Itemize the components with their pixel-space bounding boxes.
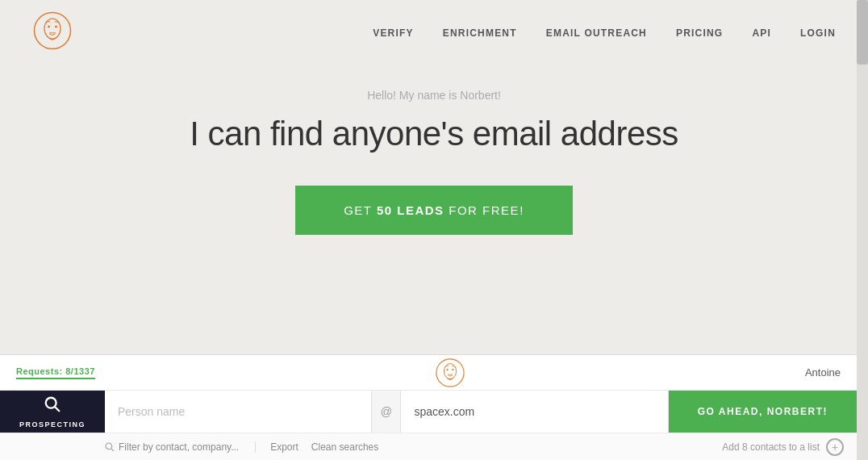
search-icon [44, 395, 61, 416]
add-contacts-label: Add 8 contacts to a list [722, 441, 820, 453]
filter-row: Filter by contact, company... Export Cle… [0, 433, 857, 460]
svg-point-1 [44, 19, 61, 39]
cta-button[interactable]: GET 50 LEADS FOR FREE! [295, 186, 573, 235]
navbar: VERIFY ENRICHMENT EMAIL OUTREACH PRICING… [0, 0, 868, 65]
bottom-panel: Requests: 8/1337 Antoine [0, 354, 857, 460]
panel-header: Requests: 8/1337 Antoine [0, 355, 857, 391]
clean-searches-button[interactable]: Clean searches [305, 441, 385, 453]
right-actions: Add 8 contacts to a list + [722, 438, 844, 456]
scrollbar-track [857, 0, 868, 460]
svg-point-3 [55, 26, 57, 28]
add-contacts-button[interactable]: + [826, 438, 844, 456]
panel-norbert-icon [435, 358, 465, 388]
search-small-icon [105, 442, 115, 452]
go-button[interactable]: GO AHEAD, NORBERT! [669, 391, 857, 433]
hero-section: Hello! My name is Norbert! I can find an… [0, 65, 868, 267]
domain-input[interactable] [401, 391, 668, 433]
svg-point-0 [35, 13, 71, 49]
requests-label: Requests: 8/1337 [16, 366, 95, 379]
export-button[interactable]: Export [264, 441, 305, 453]
svg-point-4 [436, 358, 464, 386]
prospecting-tab[interactable]: PROSPECTING [0, 391, 105, 433]
nav-api[interactable]: API [752, 27, 771, 39]
search-row: PROSPECTING @ GO AHEAD, NORBERT! [0, 391, 857, 433]
logo[interactable] [32, 10, 73, 54]
nav-login[interactable]: LOGIN [800, 27, 836, 39]
navbar-links: VERIFY ENRICHMENT EMAIL OUTREACH PRICING… [373, 25, 836, 40]
svg-point-6 [446, 369, 448, 370]
nav-verify[interactable]: VERIFY [373, 27, 414, 39]
hero-subtitle: Hello! My name is Norbert! [32, 89, 836, 102]
filter-label: Filter by contact, company... [119, 441, 239, 453]
nav-pricing[interactable]: PRICING [676, 27, 723, 39]
person-name-input[interactable] [105, 391, 372, 433]
cta-suffix: FOR FREE! [444, 203, 524, 217]
svg-point-5 [444, 363, 456, 378]
svg-line-11 [111, 448, 114, 450]
hero-title: I can find anyone's email address [32, 115, 836, 153]
at-sign: @ [372, 391, 401, 433]
svg-point-7 [452, 369, 453, 370]
scrollbar-thumb[interactable] [857, 0, 868, 65]
panel-user-label: Antoine [805, 366, 841, 378]
svg-line-9 [55, 407, 59, 411]
filter-button[interactable]: Filter by contact, company... [105, 441, 247, 453]
prospecting-tab-label: PROSPECTING [19, 420, 86, 429]
svg-point-2 [48, 26, 50, 28]
cta-prefix: GET [344, 203, 377, 217]
nav-enrichment[interactable]: ENRICHMENT [443, 27, 517, 39]
nav-email-outreach[interactable]: EMAIL OUTREACH [546, 27, 647, 39]
cta-bold: 50 LEADS [377, 203, 444, 217]
divider [255, 441, 256, 453]
